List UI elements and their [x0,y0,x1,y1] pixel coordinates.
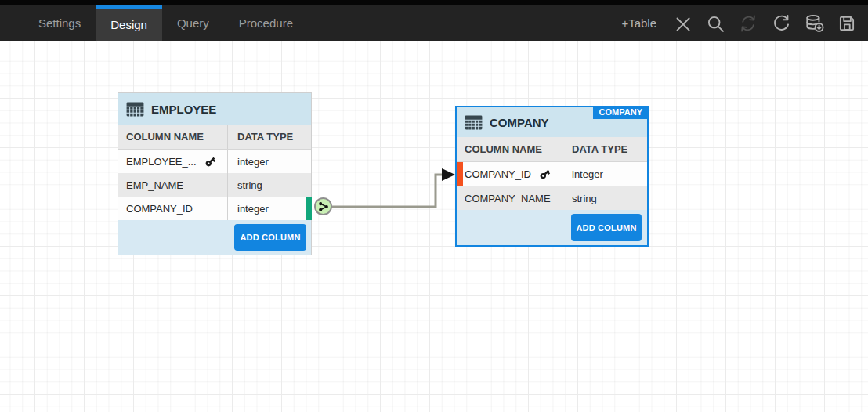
table-grid-icon [126,102,144,117]
table-company[interactable]: COMPANY COMPANY COLUMN NAME DATA TYPE CO… [455,106,649,247]
table-employee[interactable]: EMPLOYEE COLUMN NAME DATA TYPE EMPLOYEE_… [118,92,312,255]
add-column-button[interactable]: ADD COLUMN [571,214,642,241]
primary-key-icon[interactable] [539,168,551,180]
tab-procedure[interactable]: Procedure [224,5,308,41]
table-title: COMPANY [490,116,549,129]
search-icon[interactable] [702,10,729,37]
relation-source-port[interactable] [306,197,312,220]
data-type-header: DATA TYPE [228,125,311,149]
column-header-row: COLUMN NAME DATA TYPE [118,125,311,150]
table-row[interactable]: EMP_NAME string [118,173,311,197]
column-type: string [562,186,647,210]
design-canvas[interactable]: EMPLOYEE COLUMN NAME DATA TYPE EMPLOYEE_… [0,41,868,412]
table-footer: ADD COLUMN [118,220,311,255]
tab-settings[interactable]: Settings [24,5,96,41]
column-name: EMPLOYEE_... [126,156,197,168]
table-footer: ADD COLUMN [457,210,647,245]
primary-key-icon[interactable] [204,156,216,168]
table-title: EMPLOYEE [151,103,216,116]
column-name: EMP_NAME [126,179,183,191]
sync-icon [735,10,761,37]
column-name: COMPANY_ID [126,203,193,215]
table-grid-icon [465,115,483,130]
toolbar: Settings Design Query Procedure +Table [0,0,868,41]
table-row[interactable]: COMPANY_ID integer [457,162,647,186]
refresh-icon[interactable] [768,10,794,37]
tab-bar: Settings Design Query Procedure [24,5,308,41]
column-type: string [228,173,311,197]
column-type: integer [562,162,647,186]
table-row[interactable]: COMPANY_ID integer [118,197,311,220]
table-row[interactable]: COMPANY_NAME string [457,186,647,210]
tab-query[interactable]: Query [162,5,224,41]
table-name-badge: COMPANY [593,106,649,119]
database-export-icon[interactable] [801,10,827,37]
add-table-button[interactable]: +Table [621,16,656,30]
add-column-button[interactable]: ADD COLUMN [234,224,306,251]
column-type: integer [228,197,311,220]
data-type-header: DATA TYPE [562,137,647,161]
close-icon[interactable] [669,10,696,37]
relation-node-handle[interactable] [314,197,332,215]
relation-target-port[interactable] [457,162,463,186]
column-name-header: COLUMN NAME [118,125,228,149]
top-strip [0,0,868,5]
table-employee-titlebar[interactable]: EMPLOYEE [118,93,311,125]
app-window: Settings Design Query Procedure +Table [0,0,868,412]
column-type: integer [228,150,311,173]
column-name-header: COLUMN NAME [457,137,562,161]
column-header-row: COLUMN NAME DATA TYPE [457,137,647,162]
column-name: COMPANY_ID [465,168,531,180]
save-icon[interactable] [834,10,860,37]
tab-design[interactable]: Design [96,5,162,41]
table-row[interactable]: EMPLOYEE_... integer [118,150,311,173]
toolbar-actions: +Table [621,5,860,41]
column-name: COMPANY_NAME [465,193,551,204]
merge-icon [318,201,329,212]
